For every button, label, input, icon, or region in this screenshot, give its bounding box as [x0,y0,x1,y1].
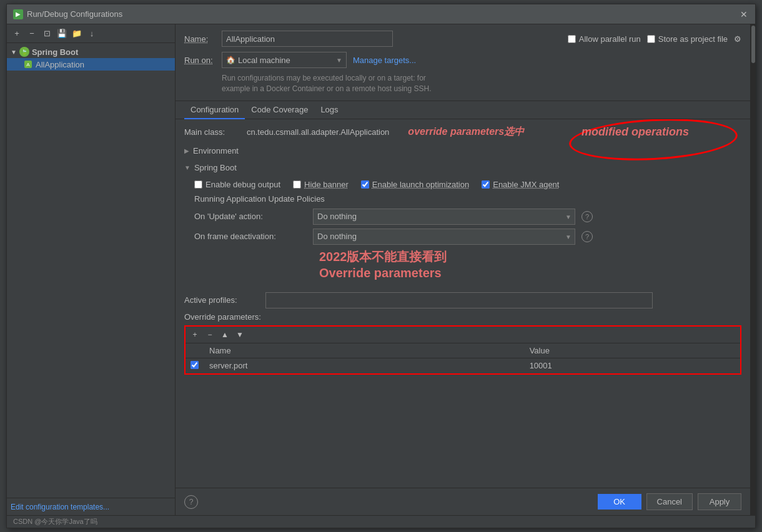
copy-config-button[interactable]: ⊡ [41,27,53,40]
active-profiles-row: Active profiles: [184,292,741,308]
enable-debug-checkbox[interactable] [194,180,202,189]
col-name-header: Name [204,343,525,358]
config-header: Name: Allow parallel run Store as projec… [176,24,750,101]
config-body: Main class: cn.tedu.csmall.all.adapter.A… [176,119,750,488]
tree-arrow-icon: ▼ [11,49,17,56]
folder-button[interactable]: 📁 [71,27,83,40]
row-checkbox[interactable] [190,361,199,369]
enable-jmx-checkbox[interactable] [482,180,490,189]
scrollbar[interactable] [750,24,755,515]
table-add-button[interactable]: + [189,329,200,340]
spring-boot-group[interactable]: ▼ 🍃 Spring Boot [7,46,175,58]
scrollbar-thumb [751,26,755,63]
sidebar-bottom: Edit configuration templates... [7,498,175,515]
hide-banner-label: Hide banner [304,180,349,189]
enable-launch-group: Enable launch optimization [361,180,469,189]
main-class-value: cn.tedu.csmall.all.adapter.AllApplicatio… [247,127,389,137]
hide-banner-checkbox[interactable] [293,180,301,189]
footer: ? OK Cancel Apply [176,488,750,515]
main-class-row: Main class: cn.tedu.csmall.all.adapter.A… [184,126,741,139]
spring-boot-label: Spring Boot [32,47,78,57]
row-checkbox-cell [186,358,204,373]
policies-section: Running Application Update Policies On '… [184,194,741,286]
frame-deactivation-select[interactable]: Do nothing [313,229,575,245]
enable-debug-label: Enable debug output [205,180,280,189]
apply-button[interactable]: Apply [698,493,741,510]
tabs-bar: Configuration Code Coverage Logs [176,101,750,119]
enable-launch-checkbox[interactable] [361,180,369,189]
store-project-label: Store as project file [658,34,728,44]
spring-boot-section-header[interactable]: ▼ Spring Boot [184,160,741,175]
name-input[interactable] [222,31,393,47]
app-icon: A [23,59,33,69]
main-class-label: Main class: [184,127,240,137]
remove-config-button[interactable]: − [26,27,38,40]
run-on-row: Run on: 🏠 Local machine ▼ Manage targets… [184,52,741,68]
manage-targets-link[interactable]: Manage targets... [353,56,416,65]
sidebar: + − ⊡ 💾 📁 ↓ ▼ 🍃 Spring Boot A [7,24,176,515]
active-profiles-input[interactable] [265,292,653,308]
all-application-label: AllApplication [36,60,84,69]
local-machine-text: Local machine [238,56,290,65]
save-config-button[interactable]: 💾 [56,27,68,40]
hide-banner-group: Hide banner [293,180,349,189]
enable-jmx-label: Enable JMX agent [493,180,559,189]
table-row: server.port 10001 [186,358,740,373]
update-action-row: On 'Update' action: Do nothing ▼ ? [194,209,741,225]
dialog-icon: ▶ [13,9,23,19]
enable-launch-label: Enable launch optimization [372,180,469,189]
update-action-select-wrapper: Do nothing ▼ [313,209,575,225]
override-table-container: + − ▲ ▼ Name Value [184,325,741,375]
run-debug-dialog: ▶ Run/Debug Configurations ✕ + − ⊡ 💾 📁 ↓… [6,4,756,528]
update-help-icon[interactable]: ? [581,211,593,222]
status-text: CSDN @今天你学Java了吗 [13,518,97,525]
tab-code-coverage[interactable]: Code Coverage [245,101,314,119]
policies-title: Running Application Update Policies [194,194,741,204]
footer-left: ? [184,495,198,509]
table-down-button[interactable]: ▼ [234,329,245,340]
spring-boot-icon: 🍃 [19,47,29,57]
update-action-select[interactable]: Do nothing [313,209,575,225]
spring-boot-section: ▼ Spring Boot Enable debug output Hide b… [184,160,741,286]
sidebar-tree: ▼ 🍃 Spring Boot A AllApplication [7,43,175,498]
title-bar: ▶ Run/Debug Configurations ✕ [7,4,755,24]
store-project-checkbox[interactable] [647,35,655,43]
dialog-title: Run/Debug Configurations [27,9,122,19]
spring-boot-options: Enable debug output Hide banner Enable l… [184,177,741,194]
footer-right: OK Cancel Apply [598,493,741,510]
sidebar-toolbar: + − ⊡ 💾 📁 ↓ [7,24,175,43]
svg-text:A: A [26,62,30,67]
edit-templates-link[interactable]: Edit configuration templates... [11,503,109,511]
run-on-select[interactable]: 🏠 Local machine ▼ [222,52,347,68]
run-on-label: Run on: [184,56,215,65]
active-profiles-label: Active profiles: [184,295,259,305]
tab-logs[interactable]: Logs [314,101,344,119]
main-content: + − ⊡ 💾 📁 ↓ ▼ 🍃 Spring Boot A [7,24,755,515]
enable-jmx-group: Enable JMX agent [482,180,559,189]
table-toolbar: + − ▲ ▼ [186,327,740,343]
table-remove-button[interactable]: − [204,329,215,340]
help-button[interactable]: ? [184,495,198,509]
env-arrow-icon: ▶ [184,147,189,154]
hint-text: Run configurations may be executed local… [222,73,741,94]
frame-deactivation-select-wrapper: Do nothing ▼ [313,229,575,245]
environment-label: Environment [193,146,239,155]
override-params-label: Override parameters: [184,312,741,322]
update-action-label: On 'Update' action: [194,212,307,221]
table-up-button[interactable]: ▲ [219,329,230,340]
all-application-item[interactable]: A AllApplication [7,58,175,71]
cancel-button[interactable]: Cancel [646,493,693,510]
gear-icon[interactable]: ⚙ [734,34,741,44]
override-annotation-text: override parameters选中 [408,126,524,139]
allow-parallel-label: Allow parallel run [579,34,641,44]
move-down-button[interactable]: ↓ [86,27,98,40]
frame-help-icon[interactable]: ? [581,231,593,242]
close-button[interactable]: ✕ [739,9,749,19]
allow-parallel-checkbox[interactable] [568,35,576,43]
ok-button[interactable]: OK [598,494,641,510]
add-config-button[interactable]: + [11,27,23,40]
environment-section[interactable]: ▶ Environment [184,144,741,158]
status-bar: CSDN @今天你学Java了吗 [7,515,755,528]
tab-configuration[interactable]: Configuration [184,101,245,119]
row-value-cell: 10001 [525,358,740,373]
